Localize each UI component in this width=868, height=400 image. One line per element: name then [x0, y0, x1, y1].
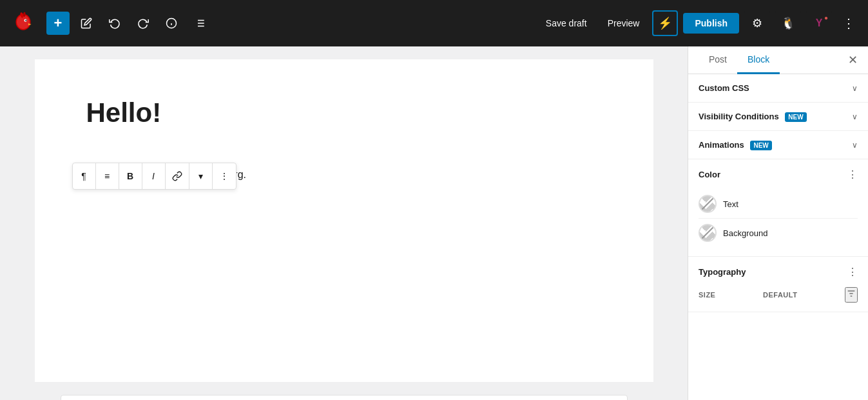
background-color-circle: [699, 224, 717, 242]
save-draft-button[interactable]: Save draft: [538, 14, 595, 32]
size-filter-button[interactable]: [845, 287, 858, 303]
editor-content: Hello! ¶ ≡ B I ▾ ⋮ I'm writing a post ab…: [35, 59, 653, 382]
section-custom-css: Custom CSS ∨: [688, 74, 868, 103]
top-toolbar: + Save draft Preview ⚡ Publish ⚙ 🐧 Y● ⋮: [0, 0, 868, 46]
svg-point-3: [25, 20, 26, 21]
visibility-new-badge: NEW: [785, 112, 806, 122]
visibility-conditions-title: Visibility Conditions NEW: [699, 112, 807, 121]
color-more-button[interactable]: ⋮: [847, 168, 858, 181]
sidebar: Post Block ✕ Custom CSS ∨ Visibility Con…: [688, 46, 868, 400]
visibility-chevron-icon: ∨: [852, 112, 858, 121]
italic-button[interactable]: I: [142, 163, 166, 189]
sidebar-tabs: Post Block ✕: [688, 46, 868, 74]
animations-title: Animations NEW: [699, 140, 772, 150]
inline-toolbar: ¶ ≡ B I ▾ ⋮: [72, 163, 236, 190]
post-title: Hello!: [86, 98, 162, 128]
more-options-button[interactable]: ⋮: [837, 12, 860, 35]
redo-button[interactable]: [131, 12, 155, 35]
add-block-button[interactable]: +: [46, 12, 70, 35]
undo-button[interactable]: [103, 12, 126, 35]
bold-button[interactable]: B: [119, 163, 142, 189]
penguin-button[interactable]: 🐧: [775, 10, 801, 36]
settings-button[interactable]: ⚙: [744, 10, 770, 36]
background-color-label: Background: [723, 228, 767, 238]
size-row: SIZE DEFAULT: [699, 287, 858, 303]
typography-title: Typography: [699, 267, 746, 277]
size-value: DEFAULT: [763, 291, 797, 299]
preview-button[interactable]: Preview: [600, 14, 648, 32]
animations-new-badge: NEW: [750, 141, 771, 150]
yoast-seo-panel: Yoast SEO ▲ SEO Readability: [61, 395, 628, 400]
more-inline-button[interactable]: ⋮: [213, 163, 236, 189]
text-color-option[interactable]: Text: [699, 190, 858, 219]
section-typography: Typography ⋮ SIZE DEFAULT: [688, 257, 868, 312]
toolbar-right: Save draft Preview ⚡ Publish ⚙ 🐧 Y● ⋮: [538, 10, 860, 36]
dropdown-button[interactable]: ▾: [189, 163, 213, 189]
text-color-circle: [699, 195, 717, 213]
custom-css-header[interactable]: Custom CSS ∨: [688, 74, 868, 102]
info-button[interactable]: [160, 12, 183, 35]
tab-block[interactable]: Block: [737, 46, 780, 74]
section-animations: Animations NEW ∨: [688, 131, 868, 159]
animations-header[interactable]: Animations NEW ∨: [688, 131, 868, 159]
tab-post[interactable]: Post: [699, 46, 737, 74]
yoast-header[interactable]: Yoast SEO ▲: [61, 395, 627, 400]
section-visibility-conditions: Visibility Conditions NEW ∨: [688, 103, 868, 131]
list-view-button[interactable]: [188, 12, 211, 35]
typography-more-button[interactable]: ⋮: [847, 266, 858, 278]
color-header[interactable]: Color ⋮: [688, 159, 868, 190]
main-area: Hello! ¶ ≡ B I ▾ ⋮ I'm writing a post ab…: [0, 46, 868, 400]
yoast-icon-button[interactable]: Y●: [806, 10, 832, 36]
color-options: Text Background: [688, 190, 868, 256]
typography-body: SIZE DEFAULT: [688, 287, 868, 312]
text-color-label: Text: [723, 199, 738, 209]
publish-button[interactable]: Publish: [683, 13, 739, 34]
paragraph-icon-button[interactable]: ¶: [73, 163, 96, 189]
custom-css-chevron-icon: ∨: [852, 84, 858, 93]
typography-header[interactable]: Typography ⋮: [688, 257, 868, 287]
align-button[interactable]: ≡: [96, 163, 119, 189]
wp-logo: [8, 8, 39, 39]
background-color-option[interactable]: Background: [699, 219, 858, 247]
size-label: SIZE: [699, 291, 715, 299]
animations-chevron-icon: ∨: [852, 141, 858, 150]
link-button[interactable]: [166, 163, 189, 189]
lightning-button[interactable]: ⚡: [652, 10, 678, 36]
custom-css-title: Custom CSS: [699, 83, 749, 93]
editor-area: Hello! ¶ ≡ B I ▾ ⋮ I'm writing a post ab…: [0, 46, 688, 400]
visibility-conditions-header[interactable]: Visibility Conditions NEW ∨: [688, 103, 868, 130]
block-title[interactable]: Hello!: [86, 98, 602, 128]
color-title: Color: [699, 170, 720, 179]
svg-point-1: [17, 15, 30, 29]
sidebar-close-button[interactable]: ✕: [848, 46, 858, 74]
edit-icon-button[interactable]: [75, 12, 98, 35]
section-color: Color ⋮ Text Background: [688, 159, 868, 257]
